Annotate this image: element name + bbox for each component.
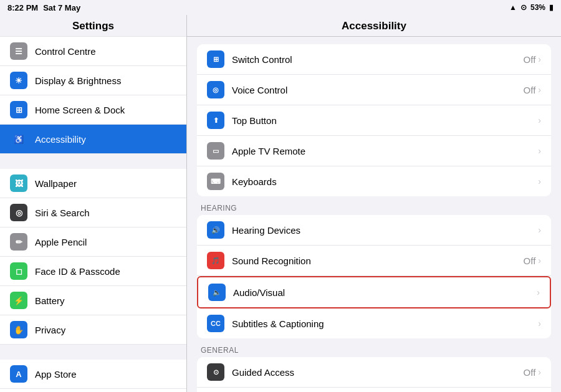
audio-visual-chevron: › — [537, 287, 540, 297]
guided-access-value: Off — [524, 367, 536, 378]
top-button-label: Top Button — [232, 115, 538, 126]
keyboards-chevron: › — [538, 176, 541, 186]
control-centre-label: Control Centre — [35, 46, 176, 57]
battery-icon: ⚡ — [10, 292, 27, 309]
guided-access-chevron: › — [538, 367, 541, 377]
row-guided-access[interactable]: ⊙Guided AccessOff› — [197, 357, 551, 388]
status-bar: 8:22 PM Sat 7 May ▲ ⊙ 53% ▮ — [0, 0, 561, 15]
sidebar-item-battery[interactable]: ⚡Battery — [0, 286, 186, 315]
row-keyboards[interactable]: ⌨Keyboards› — [197, 166, 551, 196]
row-hearing-devices[interactable]: 🔊Hearing Devices› — [197, 215, 551, 246]
sidebar-item-face-id-passcode[interactable]: ◻Face ID & Passcode — [0, 257, 186, 286]
privacy-label: Privacy — [35, 325, 176, 335]
accessibility-icon: ♿ — [10, 130, 27, 148]
apple-tv-remote-chevron: › — [538, 146, 541, 156]
row-voice-control[interactable]: ◎Voice ControlOff› — [197, 75, 551, 105]
subtitles-captioning-icon: CC — [207, 315, 224, 332]
sound-recognition-chevron: › — [538, 256, 541, 265]
sidebar-item-wallpaper[interactable]: 🖼Wallpaper — [0, 169, 186, 198]
sidebar-title: Settings — [0, 15, 186, 36]
row-siri[interactable]: ◐Siri› — [197, 388, 551, 392]
battery-icon: ⊙ — [520, 3, 527, 12]
status-date: Sat 7 May — [43, 3, 80, 12]
audio-visual-label: Audio/Visual — [233, 287, 537, 298]
guided-access-label: Guided Access — [232, 367, 524, 378]
voice-control-chevron: › — [538, 85, 541, 95]
row-apple-tv-remote[interactable]: ▭Apple TV Remote› — [197, 136, 551, 166]
main-layout: Settings ☰Control Centre☀Display & Brigh… — [0, 15, 561, 392]
audio-visual-icon: 🔈 — [208, 284, 226, 301]
app-store-label: App Store — [35, 369, 176, 380]
sidebar: Settings ☰Control Centre☀Display & Brigh… — [0, 15, 187, 392]
section-hearing: HEARING🔊Hearing Devices›🎵Sound Recogniti… — [197, 204, 551, 338]
settings-group-general: ⊙Guided AccessOff›◐Siri›♿Accessibility S… — [197, 357, 551, 392]
section-title-general: GENERAL — [197, 346, 551, 357]
row-audio-visual[interactable]: 🔈Audio/Visual› — [197, 276, 551, 308]
apple-tv-remote-label: Apple TV Remote — [232, 146, 538, 156]
hearing-devices-icon: 🔊 — [207, 221, 224, 239]
sidebar-item-app-store[interactable]: AApp Store — [0, 360, 186, 389]
status-left: 8:22 PM Sat 7 May — [7, 3, 80, 12]
switch-control-chevron: › — [538, 54, 541, 64]
row-sound-recognition[interactable]: 🎵Sound RecognitionOff› — [197, 246, 551, 276]
voice-control-value: Off — [524, 85, 536, 95]
row-switch-control[interactable]: ⊞Switch ControlOff› — [197, 44, 551, 75]
hearing-devices-chevron: › — [538, 225, 541, 235]
section-top-items: ⊞Switch ControlOff›◎Voice ControlOff›⬆To… — [197, 44, 551, 196]
battery-percent: 53% — [530, 3, 545, 12]
switch-control-icon: ⊞ — [207, 50, 224, 68]
top-button-chevron: › — [538, 115, 541, 125]
wallpaper-label: Wallpaper — [35, 178, 176, 189]
subtitles-captioning-chevron: › — [538, 318, 541, 328]
settings-group-top-items: ⊞Switch ControlOff›◎Voice ControlOff›⬆To… — [197, 44, 551, 196]
row-top-button[interactable]: ⬆Top Button› — [197, 105, 551, 136]
siri-search-icon: ◎ — [10, 204, 27, 221]
wallpaper-icon: 🖼 — [10, 174, 27, 192]
app-store-icon: A — [10, 365, 27, 383]
keyboards-label: Keyboards — [232, 176, 538, 187]
voice-control-label: Voice Control — [232, 85, 524, 95]
switch-control-label: Switch Control — [232, 54, 524, 65]
settings-group-hearing: 🔊Hearing Devices›🎵Sound RecognitionOff›🔈… — [197, 215, 551, 338]
apple-pencil-label: Apple Pencil — [35, 237, 176, 247]
display-brightness-label: Display & Brightness — [35, 75, 176, 86]
keyboards-icon: ⌨ — [207, 173, 224, 190]
apple-pencil-icon: ✏ — [10, 233, 27, 251]
sidebar-items-container: ☰Control Centre☀Display & Brightness⊞Hom… — [0, 36, 186, 392]
guided-access-icon: ⊙ — [207, 363, 224, 381]
sidebar-item-apple-pencil[interactable]: ✏Apple Pencil — [0, 227, 186, 257]
content-area: Accessibility ⊞Switch ControlOff›◎Voice … — [187, 15, 561, 392]
section-general: GENERAL⊙Guided AccessOff›◐Siri›♿Accessib… — [197, 346, 551, 392]
display-brightness-icon: ☀ — [10, 72, 27, 89]
status-time: 8:22 PM — [7, 3, 38, 12]
wifi-icon: ▲ — [509, 3, 517, 12]
row-subtitles-captioning[interactable]: CCSubtitles & Captioning› — [197, 308, 551, 338]
content-title: Accessibility — [187, 15, 561, 37]
home-screen-dock-icon: ⊞ — [10, 101, 27, 118]
sound-recognition-icon: 🎵 — [207, 252, 224, 269]
sidebar-item-control-centre[interactable]: ☰Control Centre — [0, 36, 186, 66]
face-id-passcode-icon: ◻ — [10, 262, 27, 280]
apple-tv-remote-icon: ▭ — [207, 142, 224, 160]
siri-search-label: Siri & Search — [35, 208, 176, 218]
sidebar-item-siri-search[interactable]: ◎Siri & Search — [0, 198, 186, 227]
subtitles-captioning-label: Subtitles & Captioning — [232, 318, 538, 329]
content-sections-container: ⊞Switch ControlOff›◎Voice ControlOff›⬆To… — [187, 44, 561, 392]
privacy-icon: ✋ — [10, 321, 27, 338]
switch-control-value: Off — [524, 54, 536, 65]
sidebar-item-home-screen-dock[interactable]: ⊞Home Screen & Dock — [0, 95, 186, 125]
status-right: ▲ ⊙ 53% ▮ — [509, 3, 554, 12]
battery-bar: ▮ — [549, 3, 554, 12]
face-id-passcode-label: Face ID & Passcode — [35, 266, 176, 277]
sidebar-item-display-brightness[interactable]: ☀Display & Brightness — [0, 66, 186, 95]
sound-recognition-label: Sound Recognition — [232, 256, 524, 266]
sidebar-item-privacy[interactable]: ✋Privacy — [0, 315, 186, 345]
hearing-devices-label: Hearing Devices — [232, 225, 538, 236]
battery-label: Battery — [35, 295, 176, 306]
accessibility-label: Accessibility — [35, 134, 176, 145]
voice-control-icon: ◎ — [207, 81, 224, 98]
sidebar-item-accessibility[interactable]: ♿Accessibility — [0, 125, 186, 154]
top-button-icon: ⬆ — [207, 112, 224, 129]
home-screen-dock-label: Home Screen & Dock — [35, 105, 176, 115]
sidebar-item-wallet[interactable]: ◼Wallet — [0, 389, 186, 392]
